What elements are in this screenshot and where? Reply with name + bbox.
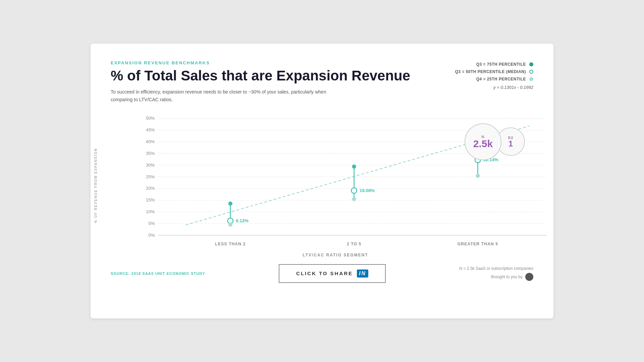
svg-text:GREATER THAN 5: GREATER THAN 5	[458, 242, 498, 246]
legend-label-q75: Q3 = 75TH PERCENTILE	[476, 62, 526, 67]
legend: Q3 = 75TH PERCENTILE Q3 = 50TH PERCENTIL…	[426, 60, 533, 90]
svg-point-39	[476, 174, 480, 178]
svg-text:40%: 40%	[146, 139, 155, 144]
chart-area: % OF REVENUE FROM EXPANSION 50% 45% 40% …	[111, 113, 533, 254]
brought-by-text: Brought to you by	[491, 275, 523, 279]
footer: SOURCE: 2018 SAAS UNIT ECONOMIC STUDY CL…	[111, 261, 533, 283]
svg-point-27	[228, 201, 232, 205]
legend-item-q25: Q4 = 25TH PERCENTILE	[426, 77, 533, 81]
subtitle: To succeed in efficiency, expansion reve…	[111, 88, 339, 103]
svg-text:20%: 20%	[146, 186, 155, 191]
svg-text:10%: 10%	[146, 209, 155, 214]
y-axis-label: % OF REVENUE FROM EXPANSION	[94, 148, 98, 223]
svg-text:45%: 45%	[146, 127, 155, 132]
svg-text:6.12%: 6.12%	[236, 218, 249, 223]
share-btn-area: CLICK TO SHARE in	[279, 264, 386, 283]
svg-point-32	[352, 165, 356, 169]
legend-item-q50: Q3 = 50TH PERCENTILE (MEDIAN)	[426, 69, 533, 74]
linkedin-icon: in	[357, 269, 368, 278]
company-logo	[525, 273, 533, 281]
svg-text:19.08%: 19.08%	[360, 188, 375, 193]
svg-text:50%: 50%	[146, 116, 155, 121]
main-card: EXPANSION REVENUE BENCHMARKS % of Total …	[91, 44, 553, 318]
svg-text:5%: 5%	[148, 221, 155, 226]
main-title: % of Total Sales that are Expansion Reve…	[111, 68, 426, 83]
source-text: SOURCE: 2018 SAAS UNIT ECONOMIC STUDY	[111, 272, 205, 276]
legend-dot-q75	[529, 62, 533, 66]
svg-point-33	[351, 188, 357, 193]
header-section: EXPANSION REVENUE BENCHMARKS % of Total …	[111, 60, 533, 103]
n-bubble: N 2.5k	[465, 123, 501, 160]
svg-text:LESS THAN 2: LESS THAN 2	[215, 242, 246, 246]
legend-label-q50: Q3 = 50TH PERCENTILE (MEDIAN)	[455, 69, 526, 74]
svg-text:15%: 15%	[146, 197, 155, 202]
n-note: N = 2.5k SaaS or subscription companies	[460, 266, 533, 271]
eyebrow: EXPANSION REVENUE BENCHMARKS	[111, 60, 426, 65]
svg-text:25%: 25%	[146, 174, 155, 179]
legend-label-q25: Q4 = 25TH PERCENTILE	[476, 77, 526, 81]
legend-dot-q50	[529, 70, 533, 74]
svg-point-34	[352, 197, 356, 201]
x-axis-label: LTV/CAC RATIO SEGMENT	[111, 253, 533, 257]
share-button-text: CLICK TO SHARE	[296, 270, 353, 276]
svg-text:0%: 0%	[148, 233, 155, 238]
svg-text:2 TO 5: 2 TO 5	[347, 242, 361, 246]
r2-value: 1	[508, 140, 513, 148]
stats-bubbles: N 2.5k R2 1	[465, 123, 525, 160]
legend-equation: y = 0.1301x - 0.1992	[426, 85, 533, 90]
svg-text:30%: 30%	[146, 163, 155, 168]
share-button[interactable]: CLICK TO SHARE in	[279, 264, 386, 283]
svg-text:35%: 35%	[146, 151, 155, 156]
brought-by: Brought to you by	[491, 273, 533, 281]
n-value: 2.5k	[473, 139, 493, 149]
legend-dot-q25	[529, 77, 533, 81]
header-left: EXPANSION REVENUE BENCHMARKS % of Total …	[111, 60, 426, 103]
legend-item-q75: Q3 = 75TH PERCENTILE	[426, 62, 533, 67]
svg-point-29	[228, 223, 232, 227]
